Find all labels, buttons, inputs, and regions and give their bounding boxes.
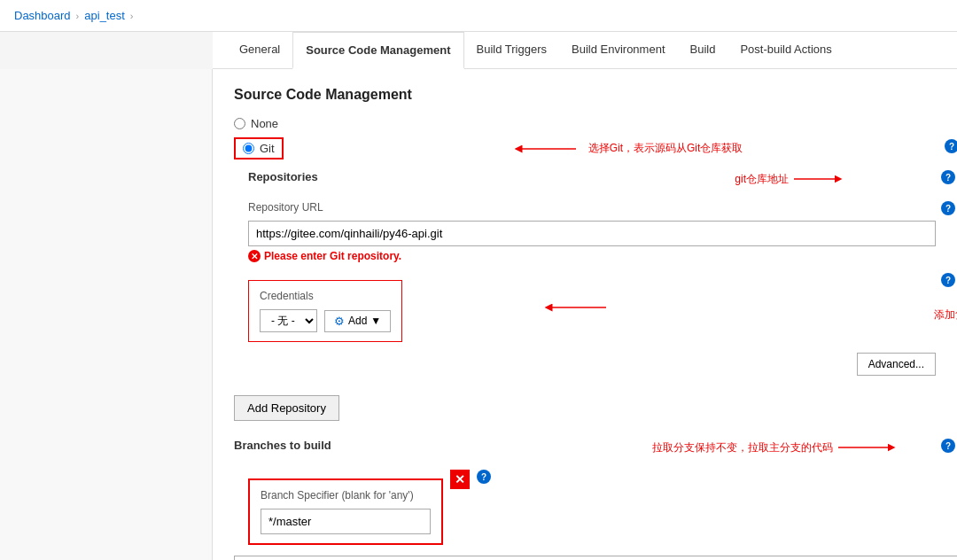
error-text: Please enter Git repository. — [264, 250, 401, 262]
branches-annotation: 拉取分支保持不变，拉取主分支的代码 — [652, 440, 833, 455]
add-dropdown-arrow: ▼ — [370, 315, 381, 327]
branch-full-input-row — [234, 552, 936, 560]
page-title: Source Code Management — [234, 87, 936, 103]
branches-section: Branches to build 拉取分支保持不变，拉取主分支的代码 ? Br… — [234, 439, 936, 560]
add-repository-row: Add Repository — [234, 386, 936, 421]
delete-branch-button[interactable]: ✕ — [450, 470, 470, 489]
tab-source-code-management[interactable]: Source Code Management — [292, 32, 463, 69]
branches-arrow — [838, 439, 900, 456]
tab-build[interactable]: Build — [678, 32, 728, 68]
branch-specifier-label: Branch Specifier (blank for 'any') — [261, 489, 431, 502]
repo-url-help-icon[interactable]: ? — [941, 201, 955, 215]
repositories-help-icon[interactable]: ? — [941, 170, 955, 184]
credentials-row: - 无 - ⚙ Add ▼ — [260, 309, 391, 332]
git-annotation-text: 选择Git，表示源码从Git仓库获取 — [588, 141, 743, 156]
sidebar — [0, 69, 213, 560]
credentials-box: Credentials - 无 - ⚙ Add ▼ — [248, 280, 402, 342]
branch-specifier-help-icon[interactable]: ? — [477, 470, 491, 484]
breadcrumb: Dashboard › api_test › — [0, 0, 957, 32]
branch-specifier-input[interactable] — [261, 509, 431, 534]
branches-label: Branches to build — [234, 439, 331, 452]
error-icon: ✕ — [248, 250, 261, 262]
breadcrumb-dashboard[interactable]: Dashboard — [14, 9, 71, 22]
git-selected-box: Git — [234, 137, 284, 159]
scm-radio-group: None Git 选择Git，表示源码从Git仓库获取 ? — [234, 117, 936, 159]
branch-full-input[interactable] — [234, 556, 957, 560]
advanced-button[interactable]: Advanced... — [857, 353, 936, 376]
tab-build-triggers[interactable]: Build Triggers — [464, 32, 559, 68]
tab-post-build-actions[interactable]: Post-build Actions — [727, 32, 844, 68]
credentials-add-button[interactable]: ⚙ Add ▼ — [324, 310, 391, 332]
content-area: Source Code Management None Git — [213, 69, 957, 560]
radio-git-text: Git — [260, 142, 275, 155]
radio-none[interactable] — [234, 118, 245, 129]
repositories-label: Repositories — [248, 170, 318, 183]
radio-git[interactable] — [243, 143, 254, 154]
credentials-label: Credentials — [260, 290, 391, 302]
main-layout: Source Code Management None Git — [0, 69, 957, 560]
repository-url-field: Repository URL ? ✕ Please enter Git repo… — [248, 201, 936, 262]
branches-help-icon[interactable]: ? — [941, 439, 955, 453]
breadcrumb-arrow-2: › — [130, 11, 134, 21]
credentials-field: Credentials - 无 - ⚙ Add ▼ — [248, 273, 936, 342]
branch-specifier-box: Branch Specifier (blank for 'any') — [248, 478, 443, 545]
credentials-help-icon[interactable]: ? — [941, 273, 955, 287]
git-repo-annotation: git仓库地址 — [735, 172, 789, 187]
repo-url-error: ✕ Please enter Git repository. — [248, 250, 936, 262]
add-button-label: Add — [348, 315, 367, 327]
credentials-annotation: 添加凭证，也就是你git的账号密码，jenkins用这个账号密码去拉代码 — [934, 307, 957, 323]
add-repository-button[interactable]: Add Repository — [234, 395, 339, 421]
tab-general[interactable]: General — [227, 32, 292, 68]
credentials-select[interactable]: - 无 - — [260, 309, 317, 332]
advanced-btn-row: Advanced... — [248, 353, 936, 376]
git-repo-arrow — [794, 170, 847, 188]
credentials-arrow — [544, 299, 615, 316]
repo-url-label: Repository URL — [248, 201, 323, 214]
git-annotation-arrow — [514, 140, 585, 158]
radio-none-label[interactable]: None — [234, 117, 936, 130]
git-help-icon[interactable]: ? — [945, 139, 957, 153]
tab-build-environment[interactable]: Build Environment — [559, 32, 678, 68]
radio-none-text: None — [251, 117, 278, 130]
branch-specifier-row: Branch Specifier (blank for 'any') ✕ ? — [248, 470, 936, 545]
add-icon: ⚙ — [334, 315, 345, 328]
repo-url-input[interactable] — [248, 221, 936, 246]
tabs-bar: General Source Code Management Build Tri… — [213, 32, 957, 69]
breadcrumb-project[interactable]: api_test — [84, 9, 125, 22]
breadcrumb-arrow-1: › — [76, 11, 80, 21]
